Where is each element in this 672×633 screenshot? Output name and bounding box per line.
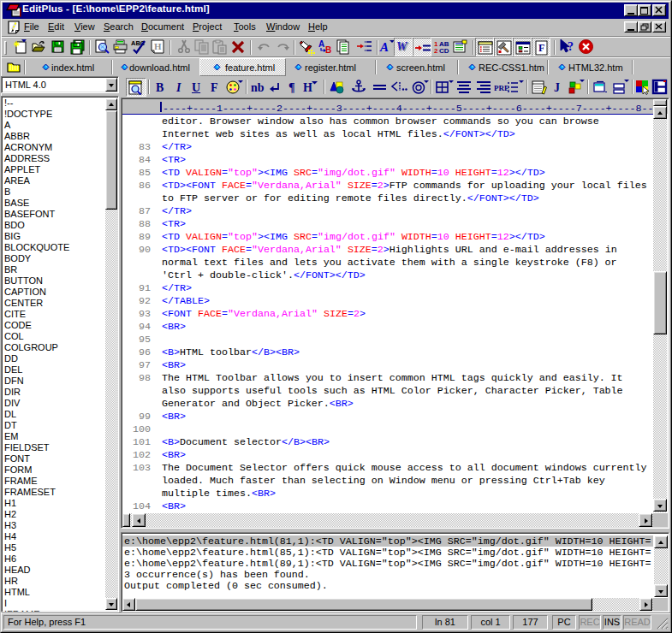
- svg-text:2: 2: [434, 47, 438, 55]
- svg-text:CD: CD: [439, 47, 449, 55]
- svg-text:A: A: [318, 39, 324, 49]
- svg-text:A: A: [379, 40, 389, 54]
- svg-text:B: B: [325, 45, 331, 55]
- svg-text:?: ?: [568, 40, 574, 53]
- svg-text:H: H: [154, 41, 162, 51]
- svg-text:W: W: [396, 40, 408, 53]
- svg-text:F: F: [538, 42, 544, 54]
